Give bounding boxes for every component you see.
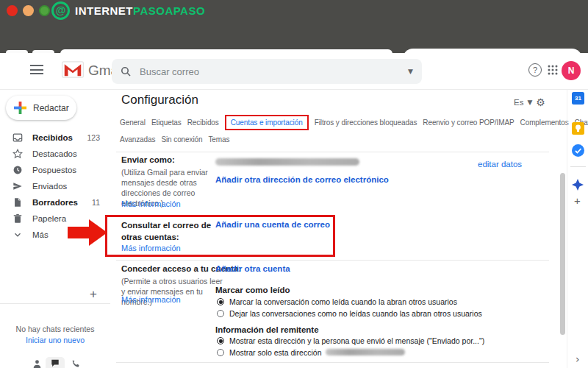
sender-option-1[interactable]: Mostrar esta dirección y la persona que … [217, 336, 484, 345]
sidebar-item-drafts[interactable]: Borradores 11 [0, 194, 110, 210]
zoom-window-button[interactable] [39, 5, 50, 16]
sidebar-item-inbox[interactable]: Recibidos 123 [0, 130, 110, 145]
browser-window: @ INTERNETPASOAPASO ◀ ▶ Search Gmail Bus… [0, 0, 588, 368]
mark-read-option-1[interactable]: Marcar la conversación como leída cuando… [217, 297, 457, 306]
send-as-more-info-link[interactable]: Más información [121, 199, 181, 208]
chevron-right-icon[interactable]: › [576, 353, 580, 365]
brand-white: INTERNET [75, 4, 133, 17]
radio-icon[interactable] [217, 337, 224, 344]
compose-label: Redactar [33, 103, 69, 113]
chat-empty-text: No hay chats recientes [0, 325, 110, 333]
add-mail-account-link[interactable]: Añadir una cuenta de correo [215, 220, 330, 229]
redacted-address [326, 349, 405, 355]
site-brand: INTERNETPASOAPASO [75, 4, 205, 17]
help-icon[interactable]: ? [528, 63, 542, 77]
annotation-arrow-icon [68, 227, 90, 238]
tab-etiquetas[interactable]: Etiquetas [151, 118, 182, 127]
trash-icon [12, 213, 23, 224]
star-icon [12, 149, 23, 159]
divider [116, 362, 549, 363]
start-chat-link[interactable]: Iniciar uno nuevo [0, 336, 110, 344]
tab-recibidos[interactable]: Recibidos [187, 118, 219, 127]
add-email-address-link[interactable]: Añadir otra dirección de correo electrón… [215, 175, 389, 184]
send-icon [12, 181, 23, 191]
tasks-icon[interactable] [572, 144, 584, 157]
draft-icon [12, 197, 23, 208]
radio-icon[interactable] [217, 310, 224, 317]
phone-icon[interactable] [71, 359, 80, 368]
check-mail-label: Consultar el correo de otras cuentas: [121, 220, 218, 243]
chevron-down-icon [12, 230, 23, 240]
sidebar-item-snoozed[interactable]: Pospuestos [0, 162, 110, 177]
grant-access-more-info-link[interactable]: Más información [121, 295, 181, 304]
side-panel-separator [570, 166, 586, 167]
check-mail-more-info-link[interactable]: Más información [121, 244, 181, 252]
edit-info-link[interactable]: editar datos [478, 160, 522, 169]
brand-green: PASOAPASO [133, 4, 205, 17]
annotation-arrow-head [89, 219, 107, 246]
tab-sin-conexion[interactable]: Sin conexión [161, 135, 202, 144]
search-icon [121, 66, 131, 77]
sidebar-item-sent[interactable]: Enviados [0, 178, 110, 194]
minimize-window-button[interactable] [23, 5, 34, 16]
site-logo-icon: @ [51, 1, 70, 20]
side-panel-divider [567, 90, 567, 368]
redacted-email-address [215, 158, 359, 166]
gmail-logo-icon[interactable] [62, 61, 84, 78]
inbox-icon [12, 132, 23, 143]
sidebar-divider [0, 303, 110, 304]
search-options-icon[interactable]: ▼ [408, 68, 413, 75]
tab-cuentas-e-importacion[interactable]: Cuentas e importación [225, 115, 309, 130]
browser-navbar: ◀ ▶ Search [0, 22, 588, 53]
page-title: Configuración [121, 93, 198, 107]
compose-button[interactable]: Redactar [6, 96, 76, 120]
apps-grid-icon[interactable] [548, 65, 558, 75]
keep-icon[interactable] [572, 122, 584, 135]
mark-read-option-2[interactable]: Dejar las conversaciones como no leídas … [217, 309, 482, 318]
sender-option-2[interactable]: Mostrar solo esta dirección [217, 348, 321, 357]
settings-tabs-row2: Avanzadas Sin conexión Temas [120, 135, 229, 144]
settings-tabs-row1: General Etiquetas Recibidos Cuentas e im… [120, 115, 588, 130]
tab-reenvio-pop-imap[interactable]: Reenvio y correo POP/IMAP [423, 118, 514, 127]
scrollbar[interactable] [560, 173, 565, 335]
addon-icon[interactable] [572, 179, 584, 191]
contacts-icon[interactable] [32, 359, 42, 368]
inbox-count: 123 [87, 133, 100, 142]
sidebar-item-starred[interactable]: Destacados [0, 146, 110, 161]
gear-icon[interactable]: ⚙ [536, 96, 545, 108]
clock-icon [12, 165, 23, 175]
language-label: Es [514, 98, 523, 107]
send-as-label: Enviar como: [121, 155, 175, 164]
tab-general[interactable]: General [120, 118, 146, 127]
add-account-link[interactable]: Añadir otra cuenta [215, 264, 290, 273]
gmail-search-placeholder: Buscar correo [140, 66, 399, 77]
divider [116, 260, 549, 261]
account-avatar[interactable]: N [562, 61, 581, 80]
drafts-count: 11 [92, 198, 100, 207]
window-titlebar: @ INTERNETPASOAPASO [0, 0, 588, 22]
chevron-down-icon: ▼ [527, 99, 532, 106]
close-window-button[interactable] [7, 5, 18, 16]
chat-icon [51, 358, 60, 367]
tab-temas[interactable]: Temas [208, 135, 229, 144]
tab-avanzadas[interactable]: Avanzadas [120, 135, 155, 144]
compose-plus-icon [14, 102, 26, 114]
language-selector[interactable]: Es ▼ ⚙ [514, 96, 545, 108]
divider [116, 152, 549, 152]
tab-filtros[interactable]: Filtros y direcciones bloqueadas [315, 118, 417, 127]
get-addons-plus-icon[interactable]: + [574, 194, 581, 207]
sender-info-heading: Información del remitente [215, 325, 319, 334]
tab-complementos[interactable]: Complementos [520, 118, 569, 127]
new-chat-plus-icon[interactable]: + [90, 287, 97, 302]
radio-icon[interactable] [217, 298, 224, 305]
calendar-icon[interactable]: 31 [572, 92, 584, 105]
radio-icon[interactable] [217, 349, 224, 356]
mark-read-heading: Marcar como leído [215, 286, 290, 294]
menu-icon[interactable] [30, 65, 43, 74]
gmail-search-bar[interactable]: Buscar correo ▼ [112, 59, 422, 84]
chat-tab[interactable] [46, 357, 65, 368]
